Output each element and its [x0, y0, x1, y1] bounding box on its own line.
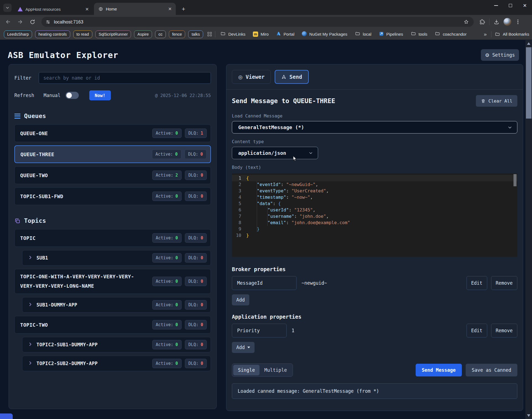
send-message-button[interactable]: Send Message [416, 364, 462, 376]
edit-property-button[interactable]: Edit [467, 324, 487, 337]
refresh-mode-toggle[interactable] [65, 92, 79, 99]
topic-row[interactable]: SUB1Active:0DLQ:0 [22, 250, 211, 266]
queue-row[interactable]: TOPIC-SUB1-FWDActive:0DLQ:0 [14, 187, 211, 205]
remove-property-button[interactable]: Remove [491, 276, 517, 290]
bookmark-pill[interactable]: fence [169, 30, 185, 38]
add-broker-property-button[interactable]: Add [232, 294, 249, 305]
bookmark-item[interactable]: Portal [276, 31, 294, 37]
screen: AppHost resources ✕ Home ✕ + ✕ [0, 0, 532, 419]
window-maximize-button[interactable] [503, 0, 518, 11]
body-code-editor[interactable]: 1{2 "eventId": "~newGuid~",3 "eventType"… [232, 173, 517, 257]
bookmark-pill[interactable]: to read [73, 30, 92, 38]
save-as-canned-button[interactable]: Save as Canned [466, 364, 517, 376]
clear-all-button[interactable]: Clear All [476, 95, 517, 107]
bookmark-pill[interactable]: SqlScriptRunner [95, 30, 131, 38]
multiple-mode-option[interactable]: Multiple [260, 365, 292, 375]
bookmark-item[interactable]: Pipelines [379, 31, 403, 37]
editor-line[interactable]: 9 } [232, 226, 517, 232]
editor-line[interactable]: 4 "timestamp": "~now~", [232, 194, 517, 200]
bookmark-pill[interactable]: cc [155, 30, 166, 38]
filter-input[interactable] [39, 72, 211, 84]
chevron-right-icon[interactable] [28, 361, 33, 366]
forward-button[interactable] [15, 17, 25, 27]
reload-button[interactable] [28, 17, 37, 27]
line-number: 10 [232, 232, 246, 239]
editor-line[interactable]: 1{ [232, 175, 517, 181]
bookmark-item[interactable]: local [355, 31, 371, 37]
line-number: 6 [232, 207, 246, 213]
bookmark-item[interactable]: coachcandor [435, 31, 467, 37]
settings-button[interactable]: ⚙ Settings [481, 49, 519, 61]
badge-value: 0 [201, 342, 203, 347]
editor-line[interactable]: 3 "eventType": "UserCreated", [232, 188, 517, 194]
chevron-right-icon[interactable] [28, 255, 33, 261]
editor-line[interactable]: 10} [232, 232, 517, 239]
canned-message-select[interactable]: GeneralTestMessage (*) [232, 121, 517, 133]
window-minimize-button[interactable] [489, 0, 503, 11]
all-bookmarks-button[interactable]: All Bookmarks [495, 32, 529, 37]
tab-send[interactable]: Send [275, 70, 309, 84]
tab-close-icon[interactable]: ✕ [167, 6, 173, 12]
bookmark-pill[interactable]: Aspire [134, 30, 152, 38]
editor-line[interactable]: 8 "email": "john.doe@example.com" [232, 219, 517, 226]
bookmark-item[interactable]: NuGet My Packages [302, 31, 347, 37]
topic-row[interactable]: SUB1-DUMMY-APPActive:0DLQ:0 [22, 297, 211, 313]
bookmarks-overflow-button[interactable]: » [484, 31, 487, 37]
url-text[interactable]: localhost:7163 [54, 19, 462, 25]
queue-row[interactable]: QUEUE-ONEActive:0DLQ:1 [14, 124, 211, 142]
bookmark-item[interactable]: mMiro [253, 32, 269, 37]
queue-row[interactable]: QUEUE-TWOActive:2DLQ:0 [14, 166, 211, 184]
tab-viewer[interactable]: ◎ Viewer [232, 70, 271, 84]
address-bar[interactable]: localhost:7163 [41, 17, 474, 27]
refresh-now-button[interactable]: Now! [89, 90, 111, 100]
tab-close-icon[interactable]: ✕ [84, 6, 90, 12]
chevron-right-icon[interactable] [28, 302, 33, 308]
profile-button[interactable] [503, 17, 512, 27]
editor-line[interactable]: 5 "data": { [232, 200, 517, 207]
topic-row[interactable]: TOPIC-TWOActive:0DLQ:0 [14, 316, 211, 334]
downloads-button[interactable] [492, 17, 501, 27]
content-type-select[interactable]: application/json [232, 147, 318, 159]
badge-value: 0 [175, 255, 178, 260]
property-key: MessageId [232, 276, 297, 290]
new-tab-button[interactable]: + [180, 5, 187, 13]
remove-property-button[interactable]: Remove [491, 324, 517, 337]
bookmark-star-button[interactable] [462, 17, 471, 27]
content-type-value: application/json [238, 150, 286, 156]
edit-property-button[interactable]: Edit [467, 276, 487, 290]
editor-line[interactable]: 2 "eventId": "~newGuid~", [232, 181, 517, 188]
token: "eventId" [257, 182, 281, 187]
badge-label: DLQ: [188, 322, 198, 327]
active-badge: Active:0 [152, 340, 182, 349]
browser-tab-apphost[interactable]: AppHost resources ✕ [13, 3, 93, 15]
extensions-button[interactable] [478, 17, 487, 27]
bookmark-item[interactable]: DevLinks [220, 31, 245, 37]
scroll-up-icon[interactable] [527, 42, 530, 45]
tab-search-button[interactable] [3, 4, 12, 12]
browser-tab-home[interactable]: Home ✕ [94, 3, 176, 15]
editor-line[interactable]: 6 "userId": "12345", [232, 207, 517, 213]
back-button[interactable] [3, 17, 13, 27]
topic-row[interactable]: TOPIC2-SUB2-DUMMY-APPActive:0DLQ:0 [22, 356, 211, 371]
editor-line[interactable]: 7 "username": "john.doe", [232, 213, 517, 219]
topic-row[interactable]: TOPIC2-SUB1-DUMMY-APPActive:0DLQ:0 [22, 337, 211, 352]
bookmark-pill[interactable]: talks [188, 30, 203, 38]
bookmark-item[interactable]: tools [411, 31, 428, 37]
apps-grid-icon[interactable] [208, 32, 212, 36]
queue-row[interactable]: QUEUE-THREEActive:0DLQ:0 [14, 145, 211, 163]
editor-scrollbar-thumb[interactable] [513, 174, 517, 186]
window-close-button[interactable]: ✕ [518, 0, 532, 11]
topic-row[interactable]: TOPICActive:0DLQ:0 [14, 229, 211, 247]
bookmark-pill[interactable]: LeedsSharp [4, 30, 32, 38]
topic-row[interactable]: TOPIC-ONE-WITH-A-VERY-VERY-VERY-VERY-VER… [14, 269, 211, 294]
bookmark-pill[interactable]: heating controls [35, 30, 70, 38]
nuget-icon [302, 31, 307, 37]
single-mode-option[interactable]: Single [233, 365, 260, 375]
scrollbar-thumb[interactable] [526, 47, 531, 119]
scroll-down-icon[interactable] [527, 414, 530, 417]
page-scrollbar[interactable] [525, 40, 532, 419]
chevron-right-icon[interactable] [28, 342, 33, 348]
last-refresh-timestamp: @ 2025-12-06 22:28:55 [155, 93, 211, 98]
browser-menu-button[interactable] [513, 17, 523, 27]
add-application-property-button[interactable]: Add [232, 342, 255, 353]
